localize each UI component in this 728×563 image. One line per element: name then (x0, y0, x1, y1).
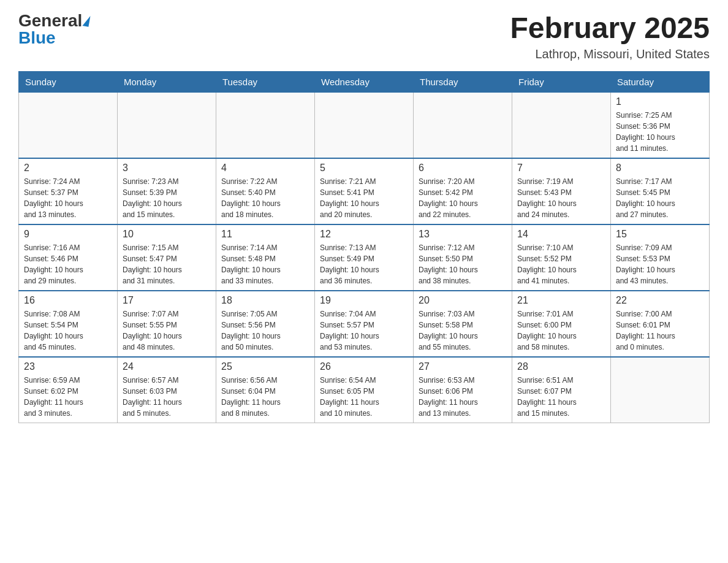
day-number: 18 (221, 295, 309, 306)
day-info: Sunrise: 6:53 AMSunset: 6:06 PMDaylight:… (419, 375, 507, 419)
calendar-cell: 13Sunrise: 7:12 AMSunset: 5:50 PMDayligh… (414, 224, 512, 291)
weekday-header-row: Sunday Monday Tuesday Wednesday Thursday… (19, 71, 710, 92)
calendar-cell (512, 92, 611, 158)
calendar-cell: 1Sunrise: 7:25 AMSunset: 5:36 PMDaylight… (611, 92, 710, 158)
header-thursday: Thursday (414, 71, 512, 92)
title-section: February 2025 Lathrop, Missouri, United … (510, 12, 710, 61)
calendar-cell: 12Sunrise: 7:13 AMSunset: 5:49 PMDayligh… (315, 224, 414, 291)
day-info: Sunrise: 7:08 AMSunset: 5:54 PMDaylight:… (24, 308, 112, 353)
calendar-cell: 17Sunrise: 7:07 AMSunset: 5:55 PMDayligh… (118, 291, 216, 357)
day-number: 2 (24, 163, 112, 174)
day-info: Sunrise: 7:24 AMSunset: 5:37 PMDaylight:… (24, 176, 112, 220)
calendar-cell: 24Sunrise: 6:57 AMSunset: 6:03 PMDayligh… (118, 357, 216, 423)
calendar-week-row: 2Sunrise: 7:24 AMSunset: 5:37 PMDaylight… (19, 158, 710, 224)
calendar-cell (414, 92, 512, 158)
day-info: Sunrise: 6:54 AMSunset: 6:05 PMDaylight:… (320, 375, 408, 419)
day-number: 15 (616, 229, 704, 240)
calendar-cell: 23Sunrise: 6:59 AMSunset: 6:02 PMDayligh… (19, 357, 118, 423)
header-saturday: Saturday (611, 71, 710, 92)
day-info: Sunrise: 7:13 AMSunset: 5:49 PMDaylight:… (320, 242, 408, 286)
logo-general: General (18, 12, 82, 29)
day-info: Sunrise: 7:01 AMSunset: 6:00 PMDaylight:… (517, 308, 605, 353)
calendar-week-row: 9Sunrise: 7:16 AMSunset: 5:46 PMDaylight… (19, 224, 710, 291)
day-number: 5 (320, 163, 408, 174)
calendar-cell: 25Sunrise: 6:56 AMSunset: 6:04 PMDayligh… (216, 357, 315, 423)
calendar-cell: 6Sunrise: 7:20 AMSunset: 5:42 PMDaylight… (414, 158, 512, 224)
day-info: Sunrise: 7:03 AMSunset: 5:58 PMDaylight:… (419, 308, 507, 353)
calendar-cell (216, 92, 315, 158)
calendar-cell: 15Sunrise: 7:09 AMSunset: 5:53 PMDayligh… (611, 224, 710, 291)
day-info: Sunrise: 7:25 AMSunset: 5:36 PMDaylight:… (616, 110, 704, 154)
header-tuesday: Tuesday (216, 71, 315, 92)
day-number: 21 (517, 295, 605, 306)
day-number: 10 (123, 229, 211, 240)
calendar-cell: 5Sunrise: 7:21 AMSunset: 5:41 PMDaylight… (315, 158, 414, 224)
day-info: Sunrise: 6:56 AMSunset: 6:04 PMDaylight:… (221, 375, 309, 419)
day-number: 8 (616, 163, 704, 174)
day-info: Sunrise: 7:14 AMSunset: 5:48 PMDaylight:… (221, 242, 309, 286)
logo-triangle-icon (83, 15, 91, 26)
day-number: 13 (419, 229, 507, 240)
day-info: Sunrise: 7:19 AMSunset: 5:43 PMDaylight:… (517, 176, 605, 220)
calendar-cell: 27Sunrise: 6:53 AMSunset: 6:06 PMDayligh… (414, 357, 512, 423)
calendar-cell: 4Sunrise: 7:22 AMSunset: 5:40 PMDaylight… (216, 158, 315, 224)
header-wednesday: Wednesday (315, 71, 414, 92)
day-number: 9 (24, 229, 112, 240)
day-info: Sunrise: 6:59 AMSunset: 6:02 PMDaylight:… (24, 375, 112, 419)
day-info: Sunrise: 7:17 AMSunset: 5:45 PMDaylight:… (616, 176, 704, 220)
calendar-cell (611, 357, 710, 423)
day-number: 12 (320, 229, 408, 240)
day-number: 26 (320, 361, 408, 372)
calendar-cell: 20Sunrise: 7:03 AMSunset: 5:58 PMDayligh… (414, 291, 512, 357)
day-info: Sunrise: 7:05 AMSunset: 5:56 PMDaylight:… (221, 308, 309, 353)
calendar-cell: 2Sunrise: 7:24 AMSunset: 5:37 PMDaylight… (19, 158, 118, 224)
day-info: Sunrise: 6:51 AMSunset: 6:07 PMDaylight:… (517, 375, 605, 419)
day-number: 28 (517, 361, 605, 372)
logo-blue: Blue (18, 29, 56, 47)
day-info: Sunrise: 7:09 AMSunset: 5:53 PMDaylight:… (616, 242, 704, 286)
calendar-cell (118, 92, 216, 158)
day-number: 16 (24, 295, 112, 306)
day-info: Sunrise: 7:12 AMSunset: 5:50 PMDaylight:… (419, 242, 507, 286)
day-info: Sunrise: 7:10 AMSunset: 5:52 PMDaylight:… (517, 242, 605, 286)
day-number: 22 (616, 295, 704, 306)
day-info: Sunrise: 7:00 AMSunset: 6:01 PMDaylight:… (616, 308, 704, 353)
calendar-cell: 19Sunrise: 7:04 AMSunset: 5:57 PMDayligh… (315, 291, 414, 357)
day-info: Sunrise: 6:57 AMSunset: 6:03 PMDaylight:… (123, 375, 211, 419)
calendar-cell: 11Sunrise: 7:14 AMSunset: 5:48 PMDayligh… (216, 224, 315, 291)
day-number: 17 (123, 295, 211, 306)
day-number: 3 (123, 163, 211, 174)
calendar-cell (19, 92, 118, 158)
header-monday: Monday (118, 71, 216, 92)
day-info: Sunrise: 7:22 AMSunset: 5:40 PMDaylight:… (221, 176, 309, 220)
calendar-cell: 16Sunrise: 7:08 AMSunset: 5:54 PMDayligh… (19, 291, 118, 357)
calendar-cell: 18Sunrise: 7:05 AMSunset: 5:56 PMDayligh… (216, 291, 315, 357)
logo: General Blue (18, 12, 89, 47)
calendar-table: Sunday Monday Tuesday Wednesday Thursday… (18, 71, 710, 423)
header-sunday: Sunday (19, 71, 118, 92)
day-info: Sunrise: 7:20 AMSunset: 5:42 PMDaylight:… (419, 176, 507, 220)
day-number: 27 (419, 361, 507, 372)
calendar-cell: 10Sunrise: 7:15 AMSunset: 5:47 PMDayligh… (118, 224, 216, 291)
calendar-cell: 26Sunrise: 6:54 AMSunset: 6:05 PMDayligh… (315, 357, 414, 423)
day-number: 19 (320, 295, 408, 306)
calendar-cell: 8Sunrise: 7:17 AMSunset: 5:45 PMDaylight… (611, 158, 710, 224)
calendar-cell: 22Sunrise: 7:00 AMSunset: 6:01 PMDayligh… (611, 291, 710, 357)
day-info: Sunrise: 7:21 AMSunset: 5:41 PMDaylight:… (320, 176, 408, 220)
calendar-week-row: 23Sunrise: 6:59 AMSunset: 6:02 PMDayligh… (19, 357, 710, 423)
day-number: 24 (123, 361, 211, 372)
calendar-subtitle: Lathrop, Missouri, United States (510, 47, 710, 61)
day-info: Sunrise: 7:16 AMSunset: 5:46 PMDaylight:… (24, 242, 112, 286)
header-friday: Friday (512, 71, 611, 92)
day-info: Sunrise: 7:15 AMSunset: 5:47 PMDaylight:… (123, 242, 211, 286)
calendar-week-row: 1Sunrise: 7:25 AMSunset: 5:36 PMDaylight… (19, 92, 710, 158)
calendar-cell: 9Sunrise: 7:16 AMSunset: 5:46 PMDaylight… (19, 224, 118, 291)
calendar-cell: 7Sunrise: 7:19 AMSunset: 5:43 PMDaylight… (512, 158, 611, 224)
calendar-title: February 2025 (510, 12, 710, 45)
day-number: 14 (517, 229, 605, 240)
day-number: 25 (221, 361, 309, 372)
calendar-cell: 14Sunrise: 7:10 AMSunset: 5:52 PMDayligh… (512, 224, 611, 291)
day-info: Sunrise: 7:04 AMSunset: 5:57 PMDaylight:… (320, 308, 408, 353)
day-info: Sunrise: 7:23 AMSunset: 5:39 PMDaylight:… (123, 176, 211, 220)
day-number: 11 (221, 229, 309, 240)
